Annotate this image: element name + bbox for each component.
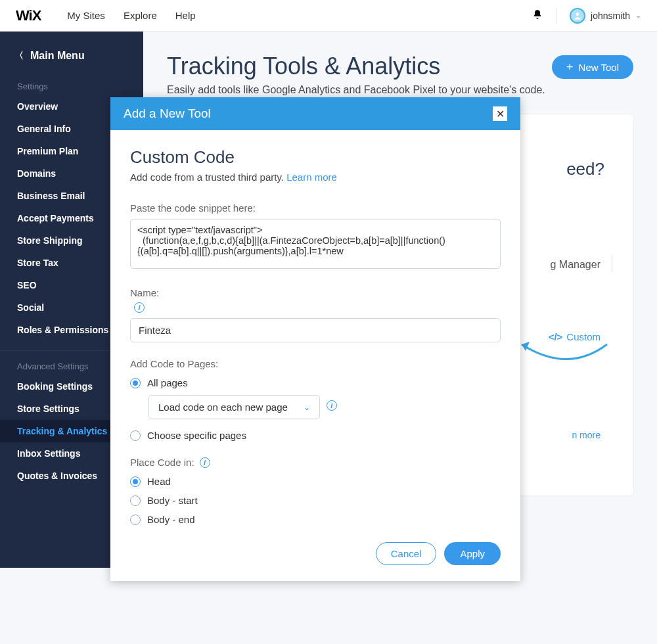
radio-body-end[interactable]: Body - end xyxy=(130,514,501,525)
chevron-down-icon: ⌄ xyxy=(304,403,310,412)
add-code-pages-label: Add Code to Pages: xyxy=(130,358,501,369)
radio-body-start-label: Body - start xyxy=(147,495,198,506)
bell-icon[interactable] xyxy=(532,9,543,22)
radio-specific-pages-label: Choose specific pages xyxy=(147,430,246,441)
arrow-icon xyxy=(515,338,614,377)
username: johnsmith xyxy=(591,11,630,21)
radio-checked-icon xyxy=(130,476,141,487)
close-button[interactable]: ✕ xyxy=(493,106,507,121)
plus-icon: + xyxy=(566,61,574,73)
apply-button[interactable]: Apply xyxy=(444,542,501,565)
select-value: Load code on each new page xyxy=(158,402,288,413)
nav-explore[interactable]: Explore xyxy=(124,10,157,21)
learn-more-link[interactable]: Learn more xyxy=(286,172,337,183)
divider xyxy=(556,8,556,24)
add-tool-modal: Add a New Tool ✕ Custom Code Add code fr… xyxy=(110,97,520,581)
svg-point-0 xyxy=(576,12,579,16)
info-icon[interactable]: i xyxy=(327,400,337,411)
radio-head[interactable]: Head xyxy=(130,476,501,487)
modal-title: Custom Code xyxy=(130,147,501,168)
load-code-select[interactable]: Load code on each new page ⌄ xyxy=(148,395,320,419)
modal-header-title: Add a New Tool xyxy=(124,106,211,121)
code-snippet-input[interactable] xyxy=(130,219,501,269)
back-label: Main Menu xyxy=(30,50,85,62)
name-label: Name: xyxy=(130,287,159,298)
user-menu[interactable]: johnsmith ⌄ xyxy=(570,8,641,24)
radio-unchecked-icon xyxy=(130,495,141,506)
back-main-menu[interactable]: 〈 Main Menu xyxy=(0,42,143,75)
tab-divider xyxy=(612,255,612,272)
radio-body-end-label: Body - end xyxy=(147,514,195,525)
modal-header: Add a New Tool ✕ xyxy=(110,97,520,130)
radio-head-label: Head xyxy=(147,476,171,487)
chevron-left-icon: 〈 xyxy=(14,50,24,62)
top-nav: My Sites Explore Help xyxy=(67,10,195,21)
radio-body-start[interactable]: Body - start xyxy=(130,495,501,506)
page-subtitle: Easily add tools like Google Analytics a… xyxy=(167,84,633,96)
radio-unchecked-icon xyxy=(130,430,141,441)
radio-unchecked-icon xyxy=(130,515,141,525)
radio-all-pages-label: All pages xyxy=(147,377,188,388)
radio-checked-icon xyxy=(130,378,141,388)
cancel-button[interactable]: Cancel xyxy=(376,542,437,565)
place-code-label: Place Code in: i xyxy=(130,457,501,468)
tab-tag-manager-partial[interactable]: g Manager xyxy=(551,259,601,271)
nav-help[interactable]: Help xyxy=(175,10,196,21)
wix-logo[interactable]: WiX xyxy=(16,7,41,24)
close-icon: ✕ xyxy=(496,108,505,120)
new-tool-label: New Tool xyxy=(579,62,619,73)
code-snippet-label: Paste the code snippet here: xyxy=(130,202,501,214)
card-learn-more-partial[interactable]: n more xyxy=(572,430,600,440)
info-icon[interactable]: i xyxy=(200,457,210,468)
settings-section-label: Settings xyxy=(0,75,143,95)
avatar-icon xyxy=(570,8,585,24)
new-tool-button[interactable]: + New Tool xyxy=(552,55,633,79)
chevron-down-icon: ⌄ xyxy=(635,11,641,20)
modal-subtitle: Add code from a trusted third party. Lea… xyxy=(130,172,501,183)
radio-specific-pages[interactable]: Choose specific pages xyxy=(130,430,501,441)
top-header: WiX My Sites Explore Help johnsmith ⌄ xyxy=(0,0,657,32)
name-input[interactable] xyxy=(130,318,501,342)
info-icon[interactable]: i xyxy=(134,302,145,313)
radio-all-pages[interactable]: All pages xyxy=(130,377,501,388)
nav-my-sites[interactable]: My Sites xyxy=(67,10,105,21)
